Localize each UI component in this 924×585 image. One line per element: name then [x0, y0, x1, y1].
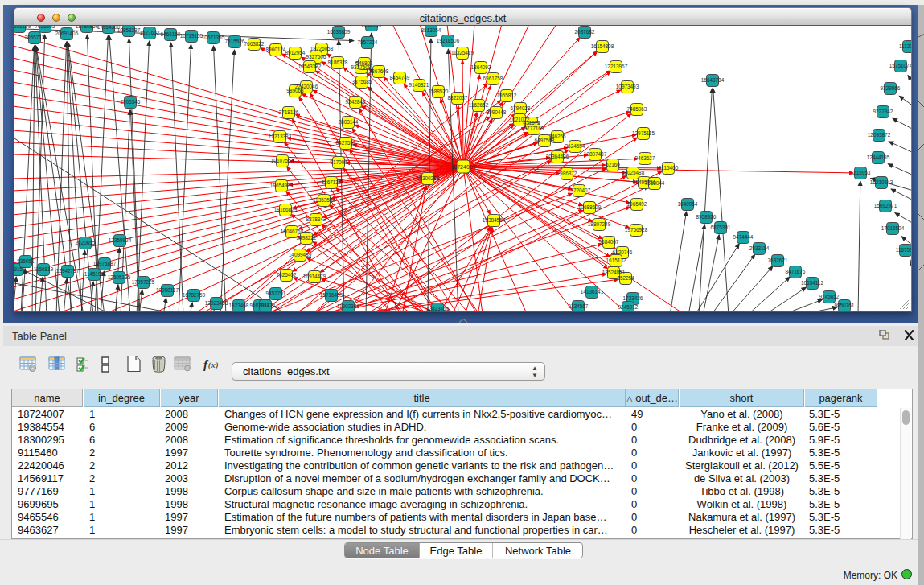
- svg-text:12213967: 12213967: [605, 64, 628, 69]
- svg-text:6961758: 6961758: [483, 76, 503, 81]
- svg-text:9234567: 9234567: [569, 303, 589, 309]
- svg-text:9850761: 9850761: [835, 303, 855, 308]
- svg-text:6120746: 6120746: [613, 249, 633, 255]
- svg-text:19756928: 19756928: [625, 227, 648, 233]
- svg-text:1588520: 1588520: [429, 89, 449, 94]
- svg-text:6875391: 6875391: [711, 225, 731, 230]
- svg-text:7955812: 7955812: [497, 93, 517, 98]
- svg-text:10958117: 10958117: [156, 287, 179, 293]
- svg-text:8878342: 8878342: [306, 216, 326, 222]
- svg-text:18300295: 18300295: [417, 175, 440, 181]
- svg-text:16914479: 16914479: [303, 274, 326, 279]
- svg-text:8822037: 8822037: [448, 95, 468, 101]
- svg-text:14136141: 14136141: [581, 289, 604, 295]
- svg-text:1640954: 1640954: [678, 201, 698, 207]
- svg-text:1733426: 1733426: [623, 295, 643, 301]
- svg-text:16543382: 16543382: [298, 64, 322, 69]
- svg-text:15716485: 15716485: [320, 292, 343, 298]
- svg-text:20364436: 20364436: [546, 154, 569, 159]
- svg-text:1112098: 1112098: [899, 43, 912, 49]
- svg-text:11353594: 11353594: [313, 197, 335, 203]
- svg-text:6497568: 6497568: [535, 138, 555, 143]
- svg-text:12975115: 12975115: [632, 130, 655, 136]
- svg-text:9457791: 9457791: [266, 290, 286, 296]
- svg-text:16154808: 16154808: [591, 43, 614, 49]
- svg-text:15751074: 15751074: [889, 63, 912, 68]
- svg-text:62160: 62160: [606, 162, 620, 167]
- svg-text:11902346: 11902346: [337, 303, 359, 309]
- svg-text:6794028: 6794028: [511, 105, 531, 111]
- svg-text:9245012: 9245012: [618, 304, 639, 310]
- svg-text:7632621: 7632621: [768, 257, 788, 263]
- svg-text:2718126: 2718126: [279, 109, 299, 115]
- svg-text:535051: 535051: [17, 258, 35, 264]
- svg-text:7485063: 7485063: [627, 106, 647, 112]
- svg-text:2020655: 2020655: [76, 240, 96, 245]
- svg-text:9245652: 9245652: [819, 294, 840, 299]
- svg-text:18724007: 18724007: [450, 164, 475, 170]
- svg-text:12823465: 12823465: [426, 306, 450, 311]
- svg-text:451672: 451672: [523, 120, 540, 126]
- svg-text:16648784: 16648784: [701, 77, 725, 83]
- svg-text:7625402: 7625402: [277, 272, 297, 278]
- svg-text:7568044: 7568044: [645, 180, 665, 186]
- svg-text:3875685: 3875685: [352, 79, 372, 84]
- svg-text:16033809: 16033809: [327, 29, 351, 35]
- svg-text:12213382: 12213382: [269, 134, 292, 139]
- svg-text:2933114: 2933114: [749, 245, 770, 251]
- svg-text:12093872: 12093872: [868, 132, 891, 138]
- svg-text:17016504: 17016504: [881, 225, 905, 231]
- svg-text:9684067: 9684067: [599, 239, 619, 245]
- svg-text:17359924: 17359924: [109, 237, 132, 243]
- svg-text:9146821: 9146821: [409, 82, 429, 88]
- svg-text:19218506: 19218506: [437, 38, 460, 43]
- svg-text:9474444: 9474444: [733, 234, 754, 240]
- svg-text:1923468: 1923468: [229, 303, 249, 308]
- svg-text:1615132: 1615132: [606, 257, 626, 263]
- svg-text:9115460: 9115460: [659, 165, 679, 171]
- svg-text:2867608: 2867608: [369, 68, 389, 74]
- svg-text:2055712: 2055712: [25, 35, 45, 40]
- svg-text:16210643: 16210643: [870, 179, 893, 185]
- svg-text:18226058: 18226058: [310, 46, 334, 51]
- svg-text:9777169: 9777169: [524, 126, 544, 131]
- svg-text:1162652: 1162652: [469, 102, 489, 108]
- svg-text:10688609: 10688609: [578, 204, 602, 210]
- svg-text:1527602: 1527602: [140, 30, 160, 35]
- svg-text:7986372: 7986372: [557, 171, 577, 176]
- svg-text:8813054: 8813054: [421, 27, 441, 33]
- svg-text:1215953: 1215953: [851, 170, 871, 175]
- svg-text:546801: 546801: [355, 60, 373, 66]
- svg-text:10654112: 10654112: [801, 280, 823, 286]
- svg-text:7857224: 7857224: [358, 39, 378, 45]
- svg-text:8958926: 8958926: [696, 214, 717, 220]
- svg-text:10807487: 10807487: [584, 151, 607, 157]
- svg-text:9862990: 9862990: [362, 26, 382, 27]
- svg-text:10973493: 10973493: [616, 84, 639, 89]
- svg-text:17957225: 17957225: [132, 279, 155, 285]
- svg-text:7663822: 7663822: [244, 41, 265, 47]
- svg-text:1864092: 1864092: [471, 64, 491, 70]
- svg-text:1167534: 1167534: [896, 247, 912, 253]
- svg-text:1965492: 1965492: [627, 201, 647, 207]
- svg-text:10719155: 10719155: [180, 33, 203, 39]
- svg-text:8990448: 8990448: [487, 109, 507, 115]
- svg-text:16202199: 16202199: [14, 26, 31, 29]
- svg-text:9227342: 9227342: [873, 109, 893, 114]
- svg-text:5498222: 5498222: [297, 235, 317, 241]
- svg-text:12923468: 12923468: [205, 300, 228, 306]
- svg-text:19654923: 19654923: [270, 183, 294, 188]
- svg-text:19384554: 19384554: [483, 217, 506, 223]
- svg-text:8471676: 8471676: [786, 269, 806, 274]
- svg-text:9242845: 9242845: [346, 99, 366, 105]
- svg-text:15692971: 15692971: [874, 203, 897, 208]
- svg-text:1156819: 1156819: [34, 266, 54, 272]
- svg-text:3624554: 3624554: [565, 143, 585, 149]
- svg-text:16046768: 16046768: [281, 229, 304, 234]
- svg-text:18780856: 18780856: [76, 26, 99, 29]
- svg-text:10975887: 10975887: [93, 261, 117, 266]
- svg-text:8912954: 8912954: [285, 50, 306, 56]
- svg-text:2905346: 2905346: [121, 99, 141, 105]
- svg-text:7626205: 7626205: [35, 26, 55, 29]
- svg-text:12942757: 12942757: [56, 268, 80, 274]
